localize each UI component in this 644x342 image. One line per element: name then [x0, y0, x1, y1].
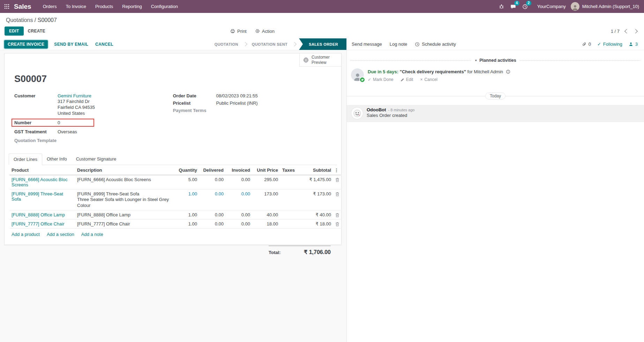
- tab-other-info[interactable]: Other Info: [42, 154, 72, 165]
- control-panel: EDIT CREATE Print Action 1 / 7: [0, 24, 644, 38]
- planned-activities-header[interactable]: ▼ Planned activities: [350, 58, 641, 63]
- line-unit-price: 173.00: [252, 189, 280, 210]
- form-view: CREATE INVOICE SEND BY EMAIL CANCEL QUOT…: [0, 38, 346, 342]
- line-quantity: 1.00: [173, 210, 199, 220]
- product-link[interactable]: [FURN_8999] Three-Seat Sofa: [12, 191, 63, 202]
- stage-sales-order[interactable]: SALES ORDER: [299, 38, 346, 50]
- tab-customer-signature[interactable]: Customer Signature: [72, 154, 121, 165]
- line-description: [FURN_8999] Three-Seat Sofa: [77, 191, 171, 196]
- cancel-button[interactable]: CANCEL: [92, 40, 117, 49]
- pricelist-label: Pricelist: [173, 101, 216, 106]
- cancel-activity-button[interactable]: × Cancel: [420, 77, 437, 82]
- stage-quotation[interactable]: QUOTATION: [210, 38, 243, 50]
- gear-icon: [255, 29, 260, 34]
- following-button[interactable]: ✓ Following: [597, 42, 622, 47]
- add-a-section-link[interactable]: Add a section: [47, 232, 74, 237]
- line-taxes: [280, 175, 300, 189]
- menu-products[interactable]: Products: [91, 0, 118, 13]
- status-pipeline: QUOTATION QUOTATION SENT SALES ORDER: [210, 38, 346, 50]
- user-avatar: [571, 2, 579, 11]
- activities-clock-icon[interactable]: 2: [519, 2, 531, 12]
- pager-previous-icon[interactable]: [624, 29, 629, 34]
- product-link[interactable]: [FURN_6666] Acoustic Bloc Screens: [12, 177, 67, 187]
- total-value: ₹ 1,706.00: [304, 249, 331, 255]
- info-icon[interactable]: [506, 69, 510, 74]
- delete-line-icon[interactable]: [335, 178, 339, 182]
- delete-line-icon[interactable]: [335, 192, 339, 196]
- messages-badge: 4: [514, 1, 519, 6]
- create-button[interactable]: CREATE: [24, 27, 50, 35]
- customer-link[interactable]: Gemini Furniture: [58, 93, 91, 98]
- schedule-activity-button[interactable]: Schedule activity: [415, 42, 456, 47]
- activities-badge: 2: [526, 1, 531, 6]
- line-delivered: 0.00: [199, 189, 226, 210]
- customer-preview-button[interactable]: Customer Preview: [299, 53, 341, 67]
- optional-columns-icon[interactable]: ⋮: [334, 168, 339, 173]
- total-label: Total:: [269, 250, 280, 255]
- today-label: Today: [485, 92, 506, 99]
- followers-button[interactable]: 3: [629, 42, 638, 47]
- activity-type-badge: [359, 77, 365, 83]
- delete-line-icon[interactable]: [335, 222, 339, 226]
- company-switcher[interactable]: YourCompany: [537, 4, 566, 9]
- delete-line-icon[interactable]: [335, 213, 339, 217]
- chevron-right-icon: [292, 42, 297, 46]
- dotted-divider: [520, 60, 641, 61]
- breadcrumb: Quotations / S00007: [0, 13, 644, 24]
- apps-grid-icon[interactable]: [0, 4, 13, 9]
- attachments-button[interactable]: 0: [582, 42, 591, 47]
- activity-summary: "Check delivery requirements": [400, 69, 466, 74]
- line-subtotal: ₹ 40.00: [300, 210, 333, 220]
- tab-order-lines[interactable]: Order Lines: [9, 154, 42, 165]
- print-button[interactable]: Print: [230, 29, 247, 34]
- breadcrumb-quotations[interactable]: Quotations: [6, 17, 33, 23]
- edit-button[interactable]: EDIT: [5, 27, 24, 36]
- action-button[interactable]: Action: [255, 29, 275, 34]
- add-a-note-link[interactable]: Add a note: [81, 232, 103, 237]
- paperclip-icon: [582, 42, 586, 46]
- order-line-row: [FURN_7777] Office Chair [FURN_7777] Off…: [9, 220, 341, 229]
- menu-reporting[interactable]: Reporting: [118, 0, 146, 13]
- close-icon: ×: [420, 77, 422, 82]
- log-note-button[interactable]: Log note: [390, 42, 407, 47]
- stage-quotation-sent[interactable]: QUOTATION SENT: [247, 38, 292, 50]
- gst-treatment-value: Overseas: [58, 129, 77, 134]
- top-navbar: Sales Orders To Invoice Products Reporti…: [0, 0, 644, 13]
- chevron-right-icon: [243, 42, 247, 46]
- main-menu: Orders To Invoice Products Reporting Con…: [38, 0, 182, 13]
- gst-treatment-label: GST Treatment: [14, 129, 58, 134]
- message-author[interactable]: OdooBot: [367, 107, 386, 112]
- col-description: Description: [75, 165, 173, 175]
- line-quantity: 1.00: [173, 189, 199, 210]
- mark-done-button[interactable]: ✓ Mark Done: [368, 77, 394, 82]
- line-quantity: 1.00: [173, 220, 199, 229]
- create-invoice-button[interactable]: CREATE INVOICE: [4, 40, 48, 49]
- message-time: - 8 minutes ago: [388, 108, 415, 112]
- send-by-email-button[interactable]: SEND BY EMAIL: [51, 40, 92, 49]
- activity-item: Due in 5 days: "Check delivery requireme…: [347, 63, 644, 82]
- message-body: Sales Order created: [367, 113, 414, 118]
- product-link[interactable]: [FURN_8888] Office Lamp: [12, 212, 65, 217]
- edit-activity-button[interactable]: Edit: [400, 77, 413, 82]
- col-taxes: Taxes: [280, 165, 300, 175]
- messages-icon[interactable]: 4: [507, 2, 519, 12]
- order-line-row: [FURN_8999] Three-Seat Sofa [FURN_8999] …: [9, 189, 341, 210]
- record-title: S00007: [5, 53, 341, 84]
- menu-configuration[interactable]: Configuration: [147, 0, 182, 13]
- cancel-activity-label: Cancel: [424, 77, 437, 82]
- col-unit-price: Unit Price: [252, 165, 280, 175]
- debug-bug-icon[interactable]: [496, 2, 507, 11]
- annotation-box: Number 0: [12, 119, 94, 127]
- statusbar: CREATE INVOICE SEND BY EMAIL CANCEL QUOT…: [0, 38, 346, 50]
- add-a-product-link[interactable]: Add a product: [12, 232, 40, 237]
- globe-icon: [303, 57, 309, 63]
- product-link[interactable]: [FURN_7777] Office Chair: [12, 221, 65, 226]
- menu-to-invoice[interactable]: To Invoice: [61, 0, 91, 13]
- send-message-button[interactable]: Send message: [352, 42, 382, 47]
- line-unit-price: 295.00: [252, 175, 280, 189]
- pager-next-icon[interactable]: [633, 29, 638, 34]
- app-name[interactable]: Sales: [14, 3, 31, 10]
- menu-orders[interactable]: Orders: [38, 0, 61, 13]
- user-menu[interactable]: Mitchell Admin (Support_10): [571, 2, 639, 11]
- clock-icon: [415, 42, 420, 47]
